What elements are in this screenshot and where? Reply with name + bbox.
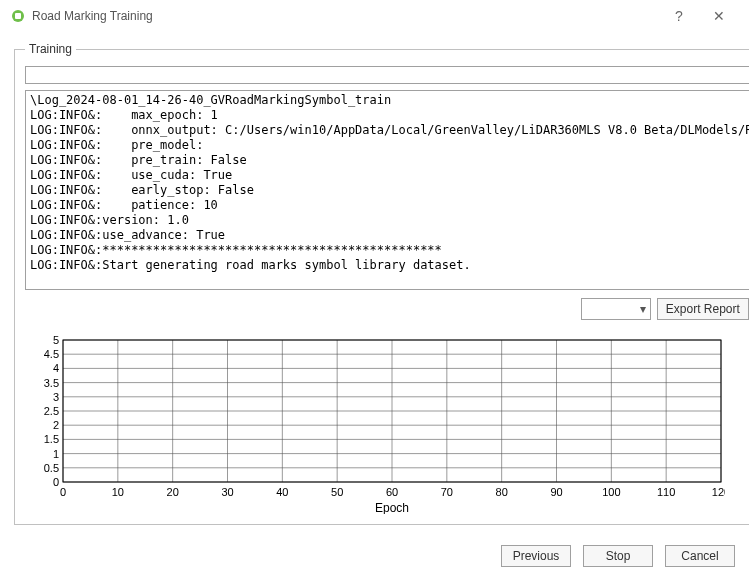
svg-text:3.5: 3.5 bbox=[44, 377, 59, 389]
help-button[interactable]: ? bbox=[659, 8, 699, 24]
export-report-button[interactable]: Export Report bbox=[657, 298, 749, 320]
chart-area: 010203040506070809010011012000.511.522.5… bbox=[25, 334, 749, 514]
svg-text:70: 70 bbox=[441, 486, 453, 498]
svg-text:60: 60 bbox=[386, 486, 398, 498]
log-text[interactable]: \Log_2024-08-01_14-26-40_GVRoadMarkingSy… bbox=[26, 91, 749, 289]
footer-row: Previous Stop Cancel bbox=[0, 535, 749, 567]
content-area: Training 0% \Log_2024-08-01_14-26-40_GVR… bbox=[0, 32, 749, 535]
group-title: Training bbox=[25, 42, 76, 56]
svg-text:50: 50 bbox=[331, 486, 343, 498]
app-icon bbox=[10, 8, 26, 24]
svg-text:40: 40 bbox=[276, 486, 288, 498]
svg-text:30: 30 bbox=[221, 486, 233, 498]
svg-text:2: 2 bbox=[53, 419, 59, 431]
svg-text:120: 120 bbox=[712, 486, 725, 498]
svg-text:5: 5 bbox=[53, 334, 59, 346]
progress-row: 0% bbox=[25, 66, 749, 84]
svg-text:4.5: 4.5 bbox=[44, 348, 59, 360]
svg-text:100: 100 bbox=[602, 486, 620, 498]
progress-bar bbox=[25, 66, 749, 84]
cancel-button[interactable]: Cancel bbox=[665, 545, 735, 567]
chevron-down-icon: ▾ bbox=[640, 302, 646, 316]
stop-button[interactable]: Stop bbox=[583, 545, 653, 567]
training-group: Training 0% \Log_2024-08-01_14-26-40_GVR… bbox=[14, 42, 749, 525]
svg-text:110: 110 bbox=[657, 486, 675, 498]
log-area: \Log_2024-08-01_14-26-40_GVRoadMarkingSy… bbox=[25, 90, 749, 290]
svg-text:3: 3 bbox=[53, 391, 59, 403]
svg-text:2.5: 2.5 bbox=[44, 405, 59, 417]
svg-text:Epoch: Epoch bbox=[375, 501, 409, 514]
titlebar: Road Marking Training ? ✕ bbox=[0, 0, 749, 32]
loss-chart: 010203040506070809010011012000.511.522.5… bbox=[25, 334, 725, 514]
svg-text:20: 20 bbox=[167, 486, 179, 498]
svg-text:0.5: 0.5 bbox=[44, 462, 59, 474]
previous-button[interactable]: Previous bbox=[501, 545, 571, 567]
svg-rect-1 bbox=[15, 13, 21, 19]
svg-text:4: 4 bbox=[53, 362, 59, 374]
svg-text:90: 90 bbox=[550, 486, 562, 498]
export-row: ▾ Export Report Export Onnx Model bbox=[25, 298, 749, 320]
svg-text:80: 80 bbox=[496, 486, 508, 498]
close-button[interactable]: ✕ bbox=[699, 8, 739, 24]
svg-text:0: 0 bbox=[53, 476, 59, 488]
window-title: Road Marking Training bbox=[32, 9, 659, 23]
svg-text:1: 1 bbox=[53, 448, 59, 460]
svg-text:10: 10 bbox=[112, 486, 124, 498]
svg-text:0: 0 bbox=[60, 486, 66, 498]
svg-text:1.5: 1.5 bbox=[44, 433, 59, 445]
export-select[interactable]: ▾ bbox=[581, 298, 651, 320]
